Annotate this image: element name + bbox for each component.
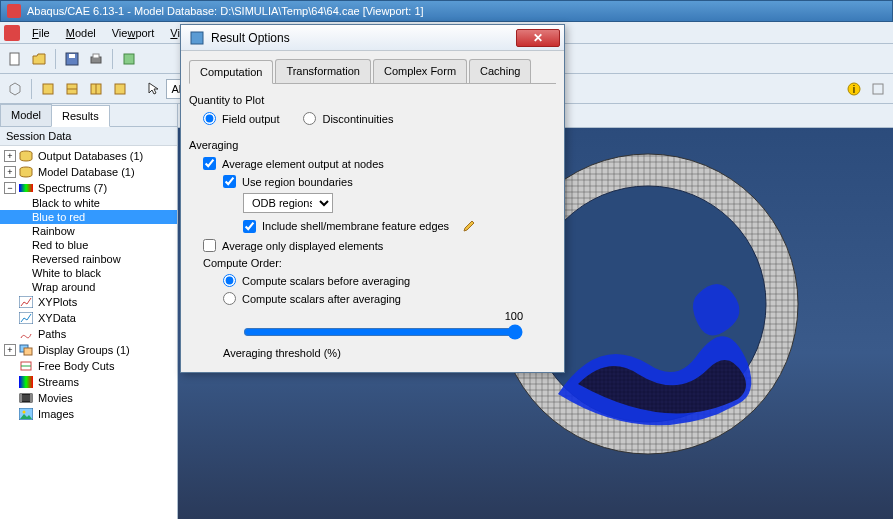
svg-rect-5 bbox=[124, 54, 134, 64]
tree-wrap-around[interactable]: Wrap around bbox=[0, 280, 177, 294]
tree-free-body-cuts[interactable]: Free Body Cuts bbox=[0, 358, 177, 374]
tree-movies[interactable]: Movies bbox=[0, 390, 177, 406]
tree-label: Paths bbox=[38, 328, 66, 340]
check-avg-nodes[interactable] bbox=[203, 157, 216, 170]
tree-streams[interactable]: Streams bbox=[0, 374, 177, 390]
svg-point-38 bbox=[23, 411, 26, 414]
svg-rect-11 bbox=[115, 84, 125, 94]
label-include-shell: Include shell/membrane feature edges bbox=[262, 220, 449, 232]
dialog-titlebar[interactable]: Result Options ✕ bbox=[181, 25, 564, 51]
averaging-group-title: Averaging bbox=[189, 139, 556, 151]
images-icon bbox=[18, 407, 34, 421]
threshold-label: Averaging threshold (%) bbox=[223, 347, 341, 359]
data-icon bbox=[18, 311, 34, 325]
toolbar-separator bbox=[112, 49, 113, 69]
svg-rect-0 bbox=[10, 53, 19, 65]
svg-text:i: i bbox=[853, 83, 855, 95]
pointer-icon[interactable] bbox=[142, 78, 164, 100]
expand-icon[interactable]: + bbox=[4, 150, 16, 162]
label-discontinuities: Discontinuities bbox=[322, 113, 393, 125]
radio-before-averaging[interactable] bbox=[223, 274, 236, 287]
tab-results[interactable]: Results bbox=[51, 105, 110, 127]
svg-rect-23 bbox=[873, 84, 883, 94]
tree-rainbow[interactable]: Rainbow bbox=[0, 224, 177, 238]
tree-xyplots[interactable]: XYPlots bbox=[0, 294, 177, 310]
toolbar-separator bbox=[31, 79, 32, 99]
dialog-tabs: Computation Transformation Complex Form … bbox=[189, 59, 556, 84]
tree-red-to-blue[interactable]: Red to blue bbox=[0, 238, 177, 252]
expand-icon[interactable]: + bbox=[4, 344, 16, 356]
tab-model[interactable]: Model bbox=[0, 104, 52, 126]
result-options-dialog: Result Options ✕ Computation Transformat… bbox=[180, 24, 565, 373]
tree-label: Red to blue bbox=[32, 239, 88, 251]
tree-model-database[interactable]: +Model Database (1) bbox=[0, 164, 177, 180]
menu-model[interactable]: Model bbox=[58, 24, 104, 42]
tree-reversed-rainbow[interactable]: Reversed rainbow bbox=[0, 252, 177, 266]
tree-label: XYPlots bbox=[38, 296, 77, 308]
radio-discontinuities[interactable] bbox=[303, 112, 316, 125]
tab-computation[interactable]: Computation bbox=[189, 60, 273, 84]
view-icon[interactable] bbox=[118, 48, 140, 70]
tab-complex-form[interactable]: Complex Form bbox=[373, 59, 467, 83]
dialog-icon bbox=[189, 30, 205, 46]
tree: +Output Databases (1) +Model Database (1… bbox=[0, 146, 177, 519]
menu-file[interactable]: File bbox=[24, 24, 58, 42]
tree-blue-to-red[interactable]: Blue to red bbox=[0, 210, 177, 224]
tree-output-databases[interactable]: +Output Databases (1) bbox=[0, 148, 177, 164]
quantity-group-title: Quantity to Plot bbox=[189, 94, 556, 106]
radio-after-averaging[interactable] bbox=[223, 292, 236, 305]
abaqus-logo-icon bbox=[4, 25, 20, 41]
cube-4-icon[interactable] bbox=[109, 78, 131, 100]
tree-label: XYData bbox=[38, 312, 76, 324]
db-icon bbox=[18, 149, 34, 163]
slider-value: 100 bbox=[243, 310, 523, 322]
toolbar-separator bbox=[55, 49, 56, 69]
tree-label: Blue to red bbox=[32, 211, 85, 223]
left-tabs: Model Results bbox=[0, 104, 177, 127]
app-icon bbox=[7, 4, 21, 18]
check-avg-displayed[interactable] bbox=[203, 239, 216, 252]
menu-viewport[interactable]: Viewport bbox=[104, 24, 163, 42]
threshold-slider[interactable] bbox=[243, 324, 523, 340]
check-include-shell[interactable] bbox=[243, 220, 256, 233]
svg-rect-44 bbox=[191, 32, 203, 44]
svg-rect-35 bbox=[20, 394, 22, 402]
dialog-body: Computation Transformation Complex Form … bbox=[181, 51, 564, 372]
tree-label: Movies bbox=[38, 392, 73, 404]
pencil-icon[interactable] bbox=[461, 218, 477, 234]
collapse-icon[interactable]: − bbox=[4, 182, 16, 194]
new-button[interactable] bbox=[4, 48, 26, 70]
tree-white-to-black[interactable]: White to black bbox=[0, 266, 177, 280]
tree-label: Reversed rainbow bbox=[32, 253, 121, 265]
close-button[interactable]: ✕ bbox=[516, 29, 560, 47]
tab-caching[interactable]: Caching bbox=[469, 59, 531, 83]
box-icon[interactable] bbox=[4, 78, 26, 100]
cube-1-icon[interactable] bbox=[37, 78, 59, 100]
cube-2-icon[interactable] bbox=[61, 78, 83, 100]
tree-spectrums[interactable]: −Spectrums (7) bbox=[0, 180, 177, 196]
tree-xydata[interactable]: XYData bbox=[0, 310, 177, 326]
svg-rect-33 bbox=[19, 376, 33, 388]
left-panel: Model Results Session Data +Output Datab… bbox=[0, 104, 178, 519]
select-odb-regions[interactable]: ODB regions bbox=[243, 193, 333, 213]
tree-images[interactable]: Images bbox=[0, 406, 177, 422]
check-use-region[interactable] bbox=[223, 175, 236, 188]
cube-3-icon[interactable] bbox=[85, 78, 107, 100]
tree-label: Rainbow bbox=[32, 225, 75, 237]
tree-display-groups[interactable]: +Display Groups (1) bbox=[0, 342, 177, 358]
label-before-averaging: Compute scalars before averaging bbox=[242, 275, 410, 287]
end-icon[interactable] bbox=[867, 78, 889, 100]
tree-label: Black to white bbox=[32, 197, 100, 209]
expand-icon[interactable]: + bbox=[4, 166, 16, 178]
tree-black-to-white[interactable]: Black to white bbox=[0, 196, 177, 210]
radio-field-output[interactable] bbox=[203, 112, 216, 125]
info-icon[interactable]: i bbox=[843, 78, 865, 100]
tree-paths[interactable]: Paths bbox=[0, 326, 177, 342]
tree-label: Display Groups (1) bbox=[38, 344, 130, 356]
save-button[interactable] bbox=[61, 48, 83, 70]
open-button[interactable] bbox=[28, 48, 50, 70]
tab-transformation[interactable]: Transformation bbox=[275, 59, 371, 83]
label-use-region: Use region boundaries bbox=[242, 176, 353, 188]
label-after-averaging: Compute scalars after averaging bbox=[242, 293, 401, 305]
print-button[interactable] bbox=[85, 48, 107, 70]
